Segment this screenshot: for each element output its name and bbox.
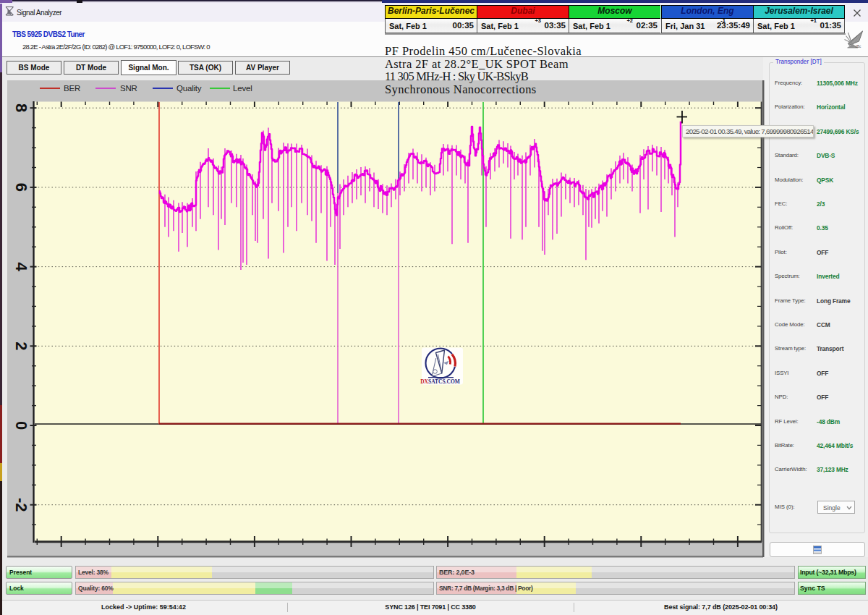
- svg-text:dBc: dBc: [856, 45, 862, 48]
